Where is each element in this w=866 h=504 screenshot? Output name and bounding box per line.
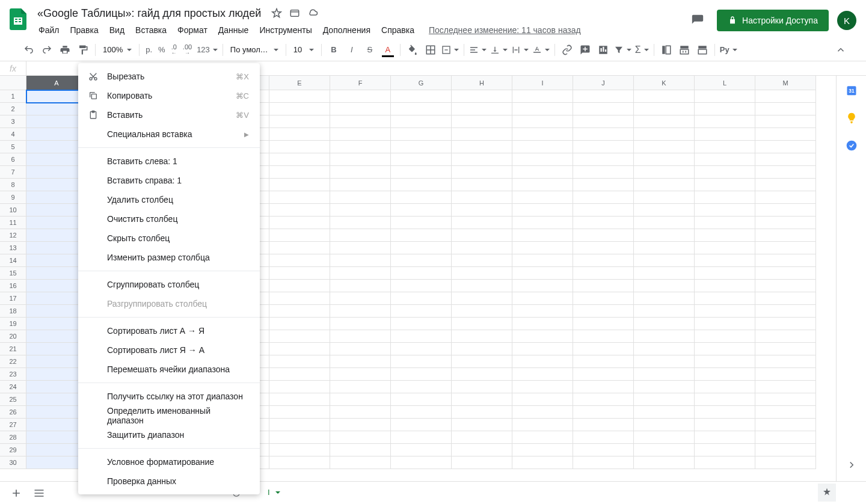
ctx-delete-col[interactable]: Удалить столбец (78, 190, 260, 209)
functions-icon[interactable]: Σ (634, 41, 650, 58)
cell[interactable] (330, 267, 391, 280)
row-header[interactable]: 27 (0, 419, 26, 431)
sheets-logo-icon[interactable] (6, 7, 30, 31)
cell[interactable] (452, 330, 512, 343)
cell[interactable] (269, 254, 330, 267)
cell[interactable] (391, 166, 452, 179)
cell[interactable] (391, 406, 452, 419)
cell[interactable] (330, 103, 391, 115)
cell[interactable] (269, 141, 330, 153)
cell[interactable] (391, 318, 452, 330)
cell[interactable] (634, 368, 695, 381)
row-header[interactable]: 10 (0, 204, 26, 217)
cell[interactable] (755, 103, 816, 115)
cell[interactable] (695, 406, 755, 419)
row-header[interactable]: 25 (0, 393, 26, 406)
cell[interactable] (452, 444, 512, 456)
paint-format-icon[interactable] (75, 41, 91, 58)
cell[interactable] (695, 444, 755, 456)
cell[interactable] (391, 103, 452, 115)
h-align-icon[interactable] (468, 41, 488, 58)
cell[interactable] (391, 141, 452, 153)
cell[interactable] (512, 368, 573, 381)
cell[interactable] (755, 456, 816, 469)
cell[interactable] (573, 393, 634, 406)
cell[interactable] (695, 393, 755, 406)
cell[interactable] (634, 292, 695, 305)
cell[interactable] (634, 217, 695, 229)
cell[interactable] (634, 343, 695, 355)
ctx-insert-right[interactable]: Вставить справа: 1 (78, 171, 260, 190)
row-header[interactable]: 24 (0, 381, 26, 393)
cell[interactable] (391, 381, 452, 393)
cell[interactable] (634, 229, 695, 242)
cell[interactable] (634, 115, 695, 128)
cell[interactable] (755, 444, 816, 456)
menu-edit[interactable]: Правка (65, 23, 103, 37)
cell[interactable] (269, 381, 330, 393)
cell[interactable] (573, 103, 634, 115)
cell[interactable] (330, 217, 391, 229)
cell[interactable] (452, 128, 512, 141)
cell[interactable] (695, 229, 755, 242)
cell[interactable] (452, 355, 512, 368)
text-wrap-icon[interactable] (510, 41, 530, 58)
ctx-cond-fmt[interactable]: Условное форматирование (78, 452, 260, 472)
merge-cells-icon[interactable] (440, 41, 460, 58)
cell[interactable] (330, 343, 391, 355)
cell[interactable] (391, 267, 452, 280)
row-header[interactable]: 17 (0, 292, 26, 305)
cell[interactable] (755, 141, 816, 153)
cell[interactable] (755, 393, 816, 406)
cell[interactable] (573, 305, 634, 318)
cell[interactable] (634, 419, 695, 431)
cell[interactable] (573, 128, 634, 141)
insert-block-2-icon[interactable] (676, 41, 693, 58)
ctx-paste[interactable]: Вставить ⌘V (78, 105, 260, 124)
cell[interactable] (634, 444, 695, 456)
cell[interactable] (269, 204, 330, 217)
cell[interactable] (391, 330, 452, 343)
cell[interactable] (755, 191, 816, 204)
cell[interactable] (452, 267, 512, 280)
cell[interactable] (330, 179, 391, 191)
cell[interactable] (512, 406, 573, 419)
ctx-special-paste[interactable]: Специальная вставка ▶ (78, 124, 260, 144)
row-header[interactable]: 12 (0, 229, 26, 242)
cell[interactable] (391, 444, 452, 456)
cell[interactable] (269, 305, 330, 318)
cell[interactable] (452, 456, 512, 469)
row-header[interactable]: 30 (0, 456, 26, 469)
cell[interactable] (391, 179, 452, 191)
menu-addons[interactable]: Дополнения (318, 23, 375, 37)
cell[interactable] (512, 115, 573, 128)
cell[interactable] (269, 318, 330, 330)
sheet-tab-active[interactable]: I (262, 484, 286, 502)
row-header[interactable]: 3 (0, 115, 26, 128)
move-icon[interactable] (289, 7, 301, 19)
row-header[interactable]: 15 (0, 267, 26, 280)
cell[interactable] (573, 179, 634, 191)
cell[interactable] (269, 368, 330, 381)
cell[interactable] (634, 191, 695, 204)
cell[interactable] (452, 90, 512, 103)
cell[interactable] (330, 330, 391, 343)
star-icon[interactable] (271, 7, 283, 19)
font-size-select[interactable]: 10 (290, 42, 318, 58)
chart-icon[interactable] (595, 41, 612, 58)
cell[interactable] (695, 242, 755, 254)
cell[interactable] (755, 204, 816, 217)
cell[interactable] (755, 153, 816, 166)
cell[interactable] (573, 456, 634, 469)
cell[interactable] (755, 267, 816, 280)
cell[interactable] (391, 90, 452, 103)
menu-view[interactable]: Вид (105, 23, 129, 37)
cell[interactable] (573, 191, 634, 204)
cell[interactable] (755, 368, 816, 381)
cell[interactable] (755, 343, 816, 355)
print-icon[interactable] (57, 41, 73, 58)
row-header[interactable]: 19 (0, 318, 26, 330)
menu-help[interactable]: Справка (376, 23, 419, 37)
cell[interactable] (330, 280, 391, 292)
cell[interactable] (695, 128, 755, 141)
